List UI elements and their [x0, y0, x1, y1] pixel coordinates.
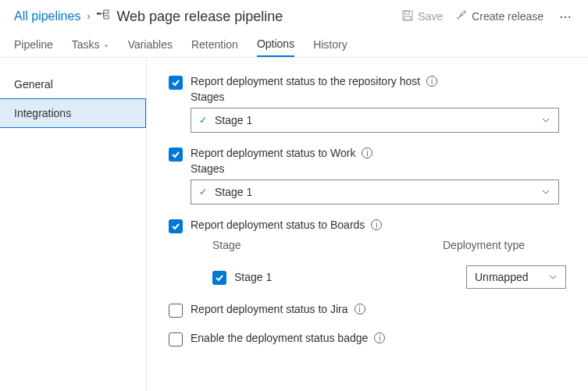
- label-work: Report deployment status to Work: [191, 147, 355, 159]
- label-jira: Report deployment status to Jira: [191, 303, 348, 315]
- sidebar: General Integrations: [0, 58, 147, 391]
- svg-rect-7: [404, 16, 411, 20]
- tab-pipeline[interactable]: Pipeline: [14, 34, 53, 57]
- checkbox-work[interactable]: [169, 148, 183, 162]
- boards-stage-name: Stage 1: [234, 271, 272, 283]
- dropdown-work-stages[interactable]: ✓ Stage 1: [191, 180, 559, 204]
- stages-label: Stages: [191, 162, 566, 175]
- save-label: Save: [418, 10, 443, 23]
- checkbox-repo-host[interactable]: [169, 76, 183, 90]
- dropdown-value: Stage 1: [215, 114, 252, 126]
- pipeline-icon: [96, 9, 110, 23]
- col-header-stage: Stage: [212, 239, 443, 251]
- chevron-down-icon: ⌄: [103, 40, 109, 48]
- tab-history[interactable]: History: [313, 34, 347, 57]
- label-repo-host: Report deployment status to the reposito…: [191, 75, 420, 87]
- svg-rect-6: [404, 11, 409, 14]
- label-boards: Report deployment status to Boards: [191, 219, 365, 231]
- stages-label: Stages: [191, 91, 566, 103]
- main-panel: Report deployment status to the reposito…: [147, 58, 588, 391]
- label-badge: Enable the deployment status badge: [191, 332, 368, 344]
- dropdown-repo-host-stages[interactable]: ✓ Stage 1: [191, 108, 559, 133]
- checkbox-jira[interactable]: [169, 304, 183, 318]
- col-header-deployment-type: Deployment type: [443, 239, 566, 251]
- checkbox-boards-stage1[interactable]: [212, 271, 226, 285]
- deployment-type-value: Unmapped: [475, 271, 529, 283]
- info-icon[interactable]: i: [355, 304, 365, 315]
- tab-options[interactable]: Options: [257, 34, 294, 57]
- sidebar-item-integrations[interactable]: Integrations: [0, 98, 146, 128]
- sidebar-item-general[interactable]: General: [0, 70, 146, 98]
- tab-bar: Pipeline Tasks ⌄ Variables Retention Opt…: [0, 30, 588, 58]
- page-header: All pipelines › Web page release pipelin…: [0, 0, 588, 30]
- dropdown-deployment-type[interactable]: Unmapped: [466, 265, 566, 289]
- dropdown-value: Stage 1: [215, 186, 252, 198]
- chevron-right-icon: ›: [87, 11, 90, 22]
- save-button[interactable]: Save: [402, 10, 443, 23]
- check-icon: ✓: [199, 115, 207, 126]
- create-release-label: Create release: [472, 10, 543, 23]
- breadcrumb-root[interactable]: All pipelines: [14, 9, 80, 23]
- rocket-icon: [455, 9, 467, 23]
- page-title: Web page release pipeline: [116, 9, 402, 25]
- boards-stage-row: Stage 1 Unmapped: [191, 265, 566, 289]
- svg-rect-3: [104, 16, 109, 19]
- check-icon: ✓: [199, 187, 207, 197]
- tab-tasks[interactable]: Tasks ⌄: [72, 34, 109, 57]
- svg-rect-4: [103, 12, 104, 17]
- info-icon[interactable]: i: [426, 76, 437, 87]
- chevron-down-icon: [541, 187, 551, 197]
- info-icon[interactable]: i: [374, 332, 385, 343]
- tab-tasks-label: Tasks: [72, 38, 100, 51]
- info-icon[interactable]: i: [371, 219, 382, 230]
- checkbox-boards[interactable]: [169, 219, 183, 233]
- svg-rect-2: [104, 10, 109, 13]
- save-icon: [402, 10, 413, 23]
- chevron-down-icon: [548, 272, 558, 282]
- create-release-button[interactable]: Create release: [455, 9, 543, 23]
- info-icon[interactable]: i: [362, 148, 372, 158]
- svg-rect-0: [97, 12, 101, 15]
- more-actions-button[interactable]: ⋯: [556, 9, 576, 24]
- checkbox-badge[interactable]: [169, 332, 183, 347]
- tab-variables[interactable]: Variables: [128, 34, 173, 57]
- boards-table-header: Stage Deployment type: [191, 239, 566, 251]
- chevron-down-icon: [541, 116, 551, 125]
- tab-retention[interactable]: Retention: [191, 34, 238, 57]
